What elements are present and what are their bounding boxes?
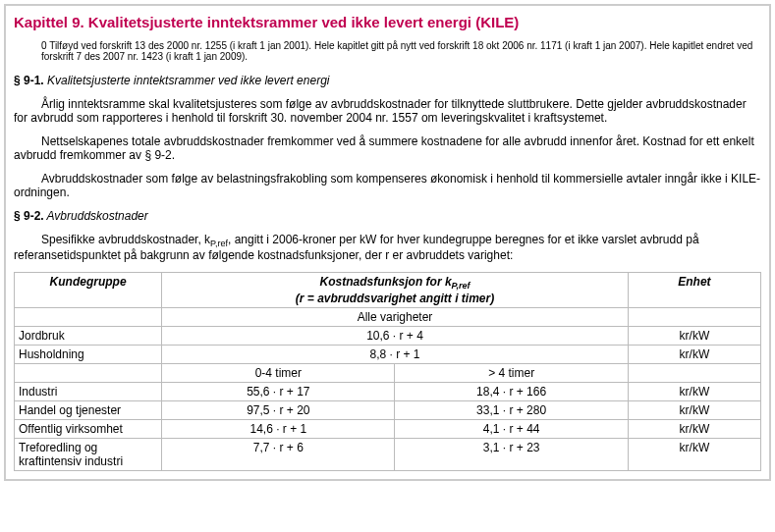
cost-function-table: Kundegruppe Kostnadsfunksjon for kP,ref … [14, 272, 761, 470]
table-row: Jordbruk 10,6 · r + 4 kr/kW [15, 326, 761, 345]
cell-unit: kr/kW [628, 438, 760, 470]
intro-subscript: P,ref [210, 239, 228, 248]
cell-label: Industri [15, 382, 162, 400]
cell-func: 8,8 · r + 1 [162, 345, 629, 363]
section-9-2-title: § 9-2. Avbruddskostnader [14, 209, 761, 223]
amendment-note: 0 Tilføyd ved forskrift 13 des 2000 nr. … [14, 40, 761, 62]
cell-range-0-4: 0-4 timer [162, 363, 395, 382]
cell-func1: 14,6 · r + 1 [162, 419, 395, 438]
chapter-title: Kapittel 9. Kvalitetsjusterte inntektsra… [14, 14, 761, 30]
table-row: Offentlig virksomhet 14,6 · r + 1 4,1 · … [15, 419, 761, 438]
cell-unit: kr/kW [628, 419, 760, 438]
th-kostnadsfunksjon: Kostnadsfunksjon for kP,ref (r = avbrudd… [162, 273, 629, 307]
th-enhet: Enhet [628, 273, 760, 307]
section-9-1-p3: Avbruddskostnader som følge av belastnin… [14, 172, 761, 199]
table-row: Treforedling og kraftintensiv industri 7… [15, 438, 761, 470]
section-9-1-p2: Nettselskapenes totale avbruddskostnader… [14, 134, 761, 162]
cell-func2: 3,1 · r + 23 [395, 438, 628, 470]
cell-empty [628, 307, 760, 326]
cell-func: 10,6 · r + 4 [162, 326, 629, 345]
th-kundegruppe: Kundegruppe [15, 273, 162, 307]
cell-func2: 4,1 · r + 44 [395, 419, 628, 438]
cell-label: Husholdning [15, 345, 162, 363]
cell-label: Handel og tjenester [15, 400, 162, 419]
cell-range-gt4: > 4 timer [395, 363, 628, 382]
cell-unit: kr/kW [628, 345, 760, 363]
cell-empty [15, 307, 162, 326]
intro-text-a: Spesifikke avbruddskostnader, k [41, 233, 210, 246]
section-9-1-title: § 9-1. Kvalitetsjusterte inntektsrammer … [14, 74, 761, 87]
section-number: § 9-2. [14, 209, 44, 223]
section-9-2-intro: Spesifikke avbruddskostnader, kP,ref, an… [14, 233, 761, 262]
cell-label: Jordbruk [15, 326, 162, 345]
table-subheader-alle: Alle varigheter [15, 307, 761, 326]
cell-label: Offentlig virksomhet [15, 419, 162, 438]
section-9-1-p1: Årlig inntektsramme skal kvalitetsjuster… [14, 97, 761, 125]
cell-func2: 33,1 · r + 280 [395, 400, 628, 419]
cell-label: Treforedling og kraftintensiv industri [15, 438, 162, 470]
table-row: Handel og tjenester 97,5 · r + 20 33,1 ·… [15, 400, 761, 419]
cell-func2: 18,4 · r + 166 [395, 382, 628, 400]
th-text-a: Kostnadsfunksjon for k [320, 275, 452, 289]
cell-unit: kr/kW [628, 382, 760, 400]
cell-unit: kr/kW [628, 400, 760, 419]
table-row: Industri 55,6 · r + 17 18,4 · r + 166 kr… [15, 382, 761, 400]
th-subscript: P,ref [452, 282, 471, 292]
cell-empty [15, 363, 162, 382]
section-number: § 9-1. [14, 74, 44, 87]
document-frame: { "chapter_title": "Kapittel 9. Kvalitet… [4, 4, 771, 481]
cell-empty [628, 363, 760, 382]
section-heading: Kvalitetsjusterte inntektsrammer ved ikk… [44, 74, 330, 87]
cell-func1: 97,5 · r + 20 [162, 400, 395, 419]
table-row: Husholdning 8,8 · r + 1 kr/kW [15, 345, 761, 363]
cell-unit: kr/kW [628, 326, 760, 345]
th-text-b: (r = avbruddsvarighet angitt i timer) [296, 292, 494, 305]
table-header-row: Kundegruppe Kostnadsfunksjon for kP,ref … [15, 273, 761, 307]
section-heading: Avbruddskostnader [44, 209, 148, 223]
cell-alle-varigheter: Alle varigheter [162, 307, 629, 326]
table-subheader-ranges: 0-4 timer > 4 timer [15, 363, 761, 382]
cell-func1: 7,7 · r + 6 [162, 438, 395, 470]
cell-func1: 55,6 · r + 17 [162, 382, 395, 400]
